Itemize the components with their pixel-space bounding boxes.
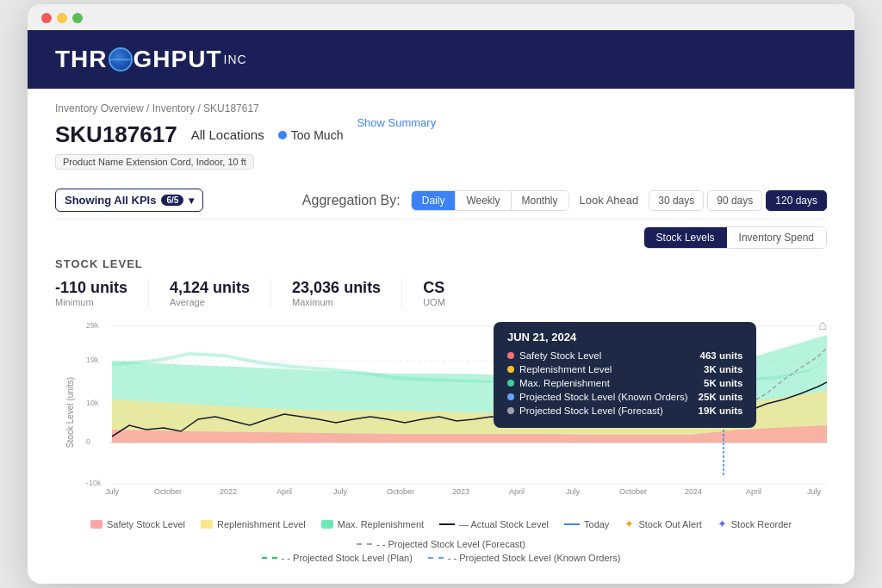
svg-text:April: April xyxy=(509,487,525,496)
look-90-btn[interactable]: 90 days xyxy=(707,190,762,211)
look-ahead-group: 30 days 90 days 120 days xyxy=(649,190,827,211)
legend-row-1: Safety Stock Level Replenishment Level M… xyxy=(55,517,827,549)
inventory-spend-btn[interactable]: Inventory Spend xyxy=(727,227,826,248)
legend-max-replenishment-icon xyxy=(321,520,333,529)
logo-text-after: GHPUT xyxy=(134,46,222,73)
stat-average: 4,124 units Average xyxy=(170,279,271,307)
aggregation-label: Aggregation By: xyxy=(302,193,401,208)
legend-forecast: - - Projected Stock Level (Forecast) xyxy=(357,539,525,549)
legend-today-icon xyxy=(564,523,580,525)
legend-replenishment-icon xyxy=(201,520,213,529)
svg-text:2022: 2022 xyxy=(220,487,237,496)
tooltip-row-4: Projected Stock Level (Forecast) 19K uni… xyxy=(507,405,742,416)
legend-known-orders-label: - - Projected Stock Level (Known Orders) xyxy=(448,553,621,563)
tooltip-left-0: Safety Stock Level xyxy=(507,350,601,361)
stat-uom-label: UOM xyxy=(423,297,445,307)
tooltip-label-0: Safety Stock Level xyxy=(519,350,601,361)
tooltip-label-4: Projected Stock Level (Forecast) xyxy=(519,405,663,416)
view-toggle: Stock Levels Inventory Spend xyxy=(643,226,827,249)
tooltip-dot-3 xyxy=(507,393,514,400)
stat-uom-value: CS xyxy=(423,279,445,297)
svg-text:July: July xyxy=(807,487,822,496)
tooltip-value-1: 3K units xyxy=(704,364,742,374)
kpi-dropdown[interactable]: Showing All KPIs 6/5 ▾ xyxy=(55,189,203,212)
logo-suffix: INC xyxy=(224,53,247,66)
legend-safety-stock-label: Safety Stock Level xyxy=(107,519,185,529)
tooltip-row-3: Projected Stock Level (Known Orders) 25K… xyxy=(507,392,742,402)
page-title: SKU187617 xyxy=(55,121,177,148)
stat-average-label: Average xyxy=(170,297,250,307)
stat-maximum-label: Maximum xyxy=(292,297,381,307)
dot-yellow xyxy=(57,13,67,23)
legend-stock-out-icon: ✦ xyxy=(624,517,634,530)
tooltip-value-0: 463 units xyxy=(700,350,743,361)
look-30-btn[interactable]: 30 days xyxy=(649,190,704,211)
view-toggle-row: Stock Levels Inventory Spend xyxy=(55,226,827,249)
logo-globe-icon xyxy=(109,47,133,71)
svg-text:October: October xyxy=(387,487,414,496)
legend-replenishment-label: Replenishment Level xyxy=(217,519,306,529)
chart-wrapper: Stock Level (units) ⌂ 29k 19k 10k 0 xyxy=(55,318,827,507)
legend-plan-label: - - Projected Stock Level (Plan) xyxy=(282,553,413,563)
look-120-btn[interactable]: 120 days xyxy=(766,190,827,211)
stock-levels-btn[interactable]: Stock Levels xyxy=(644,227,727,248)
tooltip-row-1: Replenishment Level 3K units xyxy=(507,364,742,374)
look-ahead-label: Look Ahead xyxy=(580,194,639,207)
y-axis-label: Stock Level (units) xyxy=(65,377,75,448)
legend-safety-stock-icon xyxy=(90,520,102,529)
logo: THR GHPUT INC xyxy=(55,46,247,73)
tooltip-dot-1 xyxy=(507,366,514,373)
agg-daily-btn[interactable]: Daily xyxy=(412,191,457,210)
svg-text:10k: 10k xyxy=(86,399,99,407)
legend-forecast-icon xyxy=(357,543,372,545)
svg-text:2024: 2024 xyxy=(685,487,702,496)
tooltip-dot-2 xyxy=(507,380,514,387)
dot-green xyxy=(72,13,83,23)
tooltip-row-0: Safety Stock Level 463 units xyxy=(507,350,742,361)
kpi-badge: 6/5 xyxy=(161,195,183,206)
tooltip-label-2: Max. Replenishment xyxy=(519,378,610,388)
stock-level-section: STOCK LEVEL -110 units Minimum 4,124 uni… xyxy=(55,257,827,563)
legend-row-2: - - Projected Stock Level (Plan) - - Pro… xyxy=(55,553,827,563)
toolbar-row: Showing All KPIs 6/5 ▾ Aggregation By: D… xyxy=(55,189,827,220)
tooltip-value-2: 5K units xyxy=(704,378,742,388)
legend-known-orders-icon xyxy=(428,557,444,559)
legend-forecast-label: - - Projected Stock Level (Forecast) xyxy=(376,539,525,549)
legend-plan-icon xyxy=(262,557,277,559)
legend-stock-reorder-icon: ✦ xyxy=(717,517,727,530)
stat-minimum-label: Minimum xyxy=(55,297,127,307)
legend-actual-stock: — Actual Stock Level xyxy=(439,517,549,530)
product-tag-label: Product Name Extension Cord, Indoor, 10 … xyxy=(55,154,254,170)
legend-today-label: Today xyxy=(584,519,609,529)
agg-weekly-btn[interactable]: Weekly xyxy=(456,191,511,210)
tooltip-value-3: 25K units xyxy=(699,392,743,402)
dot-red xyxy=(41,13,52,23)
tooltip-label-1: Replenishment Level xyxy=(519,364,612,374)
agg-monthly-btn[interactable]: Monthly xyxy=(512,191,568,210)
location-label[interactable]: All Locations xyxy=(191,127,264,142)
svg-text:April: April xyxy=(276,487,292,496)
svg-text:29k: 29k xyxy=(86,321,99,330)
chevron-down-icon: ▾ xyxy=(189,195,194,207)
status-label: Too Much xyxy=(291,128,344,142)
svg-text:July: July xyxy=(105,487,120,496)
product-tag: Product Name Extension Cord, Indoor, 10 … xyxy=(55,153,827,178)
toolbar-right: Aggregation By: Daily Weekly Monthly Loo… xyxy=(302,190,827,211)
legend-max-replenishment: Max. Replenishment xyxy=(321,517,424,530)
legend-stock-out-label: Stock Out Alert xyxy=(638,519,701,529)
show-summary-link[interactable]: Show Summary xyxy=(357,116,436,129)
page-title-row: SKU187617 All Locations Too Much Show Su… xyxy=(55,121,827,148)
legend-stock-reorder: ✦ Stock Reorder xyxy=(717,517,792,530)
legend-known-orders: - - Projected Stock Level (Known Orders) xyxy=(428,553,621,563)
tooltip-dot-0 xyxy=(507,352,514,359)
legend-safety-stock: Safety Stock Level xyxy=(90,517,185,530)
stat-minimum-value: -110 units xyxy=(55,279,127,297)
browser-chrome xyxy=(28,4,854,30)
status-dot-icon xyxy=(278,131,287,139)
stat-uom: CS UOM xyxy=(423,279,466,307)
stat-minimum: -110 units Minimum xyxy=(55,279,149,307)
tooltip-date: JUN 21, 2024 xyxy=(507,331,742,344)
stat-maximum-value: 23,036 units xyxy=(292,279,381,297)
svg-text:July: July xyxy=(333,487,348,496)
stats-row: -110 units Minimum 4,124 units Average 2… xyxy=(55,279,827,307)
